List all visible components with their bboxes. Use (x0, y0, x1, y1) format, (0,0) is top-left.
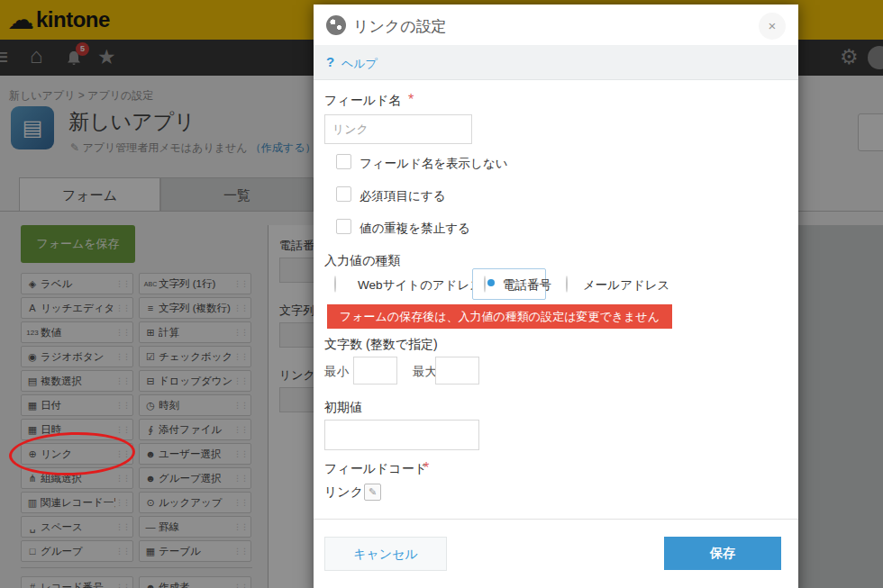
edit-field-code-icon[interactable]: ✎ (364, 484, 381, 501)
link-globe-icon (326, 15, 346, 35)
char-count-label: 文字数 (整数で指定) (324, 337, 438, 353)
field-name-label: フィールド名 (324, 93, 401, 109)
warning-banner: フォームの保存後は、入力値の種類の設定は変更できません (327, 304, 672, 329)
save-button[interactable]: 保存 (664, 537, 781, 570)
required-field-label: 必須項目にする (360, 188, 445, 204)
field-name-input[interactable] (324, 114, 472, 144)
field-code-label: フィールドコード (324, 461, 427, 477)
footer-divider (314, 519, 798, 520)
max-chars-input[interactable] (435, 357, 479, 384)
prohibit-duplicate-label: 値の重複を禁止する (360, 221, 470, 237)
required-field-checkbox[interactable] (336, 186, 351, 202)
cancel-button[interactable]: キャンセル (324, 537, 447, 571)
radio-email-address-label: メールアドレス (583, 277, 669, 294)
dialog-title: リンクの設定 (353, 16, 447, 37)
link-settings-dialog: リンクの設定 × ? ヘルプ フィールド名 * フィールド名を表示しない 必須項… (314, 5, 798, 588)
min-label: 最小 (324, 364, 349, 380)
help-question-icon: ? (326, 54, 334, 69)
radio-web-address-label: Webサイトのアドレス (358, 277, 482, 294)
required-asterisk: * (408, 92, 414, 108)
hide-field-name-checkbox[interactable] (336, 154, 351, 169)
hide-field-name-label: フィールド名を表示しない (360, 156, 508, 172)
min-chars-input[interactable] (353, 357, 397, 384)
close-icon[interactable]: × (759, 13, 786, 40)
required-asterisk: * (423, 460, 429, 476)
field-code-value: リンク (324, 484, 363, 501)
default-value-input[interactable] (324, 420, 479, 450)
help-link[interactable]: ヘルプ (341, 56, 378, 72)
prohibit-duplicate-checkbox[interactable] (336, 219, 351, 234)
radio-phone-number[interactable] (484, 276, 486, 293)
max-label: 最大 (413, 364, 437, 380)
radio-email-address[interactable] (566, 276, 568, 293)
radio-phone-number-label: 電話番号 (503, 277, 551, 294)
input-type-label: 入力値の種類 (324, 253, 400, 269)
help-bar: ? ヘルプ (314, 45, 798, 80)
default-value-label: 初期値 (324, 400, 362, 416)
screen: ☁ kintone ≡ ⌂ 5 ★ ⚙ 新しいアプリ > アプリの設定 ▤ 新し… (0, 0, 883, 588)
radio-web-address[interactable] (334, 276, 336, 293)
